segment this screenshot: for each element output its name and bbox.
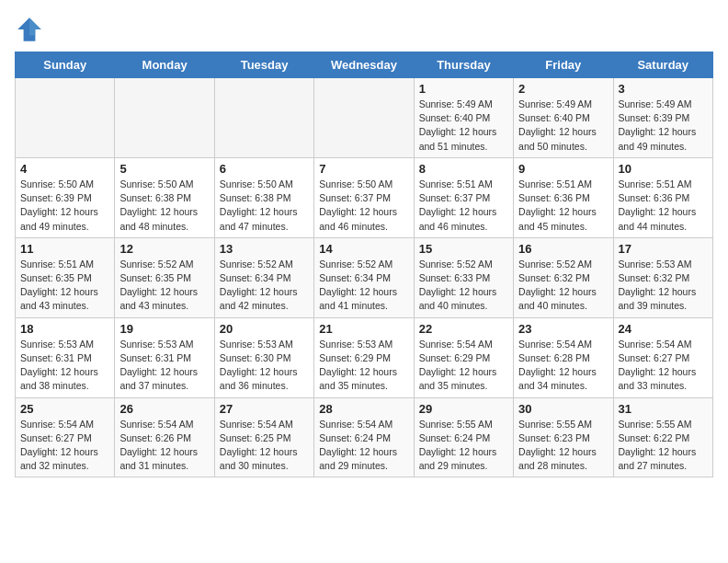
day-number: 22 [419,322,508,336]
svg-marker-1 [29,17,41,35]
calendar-body: 1Sunrise: 5:49 AM Sunset: 6:40 PM Daylig… [16,78,713,477]
day-number: 23 [518,322,608,336]
day-number: 7 [319,162,408,176]
day-number: 3 [619,82,708,96]
day-number: 6 [220,162,309,176]
day-number: 16 [518,242,608,256]
day-number: 8 [419,162,508,176]
day-info: Sunrise: 5:52 AM Sunset: 6:33 PM Dayligh… [419,258,508,314]
calendar-cell: 26Sunrise: 5:54 AM Sunset: 6:26 PM Dayli… [115,397,214,477]
calendar-week-row: 25Sunrise: 5:54 AM Sunset: 6:27 PM Dayli… [16,397,713,477]
calendar-cell: 17Sunrise: 5:53 AM Sunset: 6:32 PM Dayli… [613,237,712,317]
day-number: 13 [220,242,309,256]
day-info: Sunrise: 5:51 AM Sunset: 6:37 PM Dayligh… [419,178,508,234]
day-number: 26 [119,402,209,416]
calendar-cell: 29Sunrise: 5:55 AM Sunset: 6:24 PM Dayli… [414,397,513,477]
calendar-cell: 9Sunrise: 5:51 AM Sunset: 6:36 PM Daylig… [514,157,613,237]
day-info: Sunrise: 5:52 AM Sunset: 6:34 PM Dayligh… [319,258,408,314]
calendar-cell: 23Sunrise: 5:54 AM Sunset: 6:28 PM Dayli… [514,317,613,397]
day-number: 18 [20,322,109,336]
calendar-week-row: 18Sunrise: 5:53 AM Sunset: 6:31 PM Dayli… [16,317,713,397]
day-number: 15 [419,242,508,256]
day-info: Sunrise: 5:54 AM Sunset: 6:27 PM Dayligh… [20,418,109,474]
day-info: Sunrise: 5:52 AM Sunset: 6:32 PM Dayligh… [518,258,608,314]
calendar-cell: 20Sunrise: 5:53 AM Sunset: 6:30 PM Dayli… [214,317,313,397]
day-number: 4 [20,162,109,176]
day-number: 11 [20,242,109,256]
calendar-cell: 5Sunrise: 5:50 AM Sunset: 6:38 PM Daylig… [115,157,214,237]
calendar-cell [314,78,414,158]
day-info: Sunrise: 5:50 AM Sunset: 6:39 PM Dayligh… [20,178,109,234]
day-number: 20 [220,322,309,336]
day-info: Sunrise: 5:54 AM Sunset: 6:24 PM Dayligh… [319,418,408,474]
day-number: 31 [619,402,708,416]
calendar-cell: 30Sunrise: 5:55 AM Sunset: 6:23 PM Dayli… [514,397,613,477]
day-info: Sunrise: 5:50 AM Sunset: 6:38 PM Dayligh… [119,178,209,234]
day-info: Sunrise: 5:51 AM Sunset: 6:36 PM Dayligh… [619,178,708,234]
day-info: Sunrise: 5:55 AM Sunset: 6:23 PM Dayligh… [518,418,608,474]
calendar-table: SundayMondayTuesdayWednesdayThursdayFrid… [15,52,713,477]
day-info: Sunrise: 5:54 AM Sunset: 6:27 PM Dayligh… [619,338,708,394]
day-info: Sunrise: 5:49 AM Sunset: 6:40 PM Dayligh… [419,98,508,154]
day-info: Sunrise: 5:49 AM Sunset: 6:40 PM Dayligh… [518,98,608,154]
day-number: 2 [518,82,608,96]
calendar-cell: 1Sunrise: 5:49 AM Sunset: 6:40 PM Daylig… [414,78,513,158]
calendar-cell: 21Sunrise: 5:53 AM Sunset: 6:29 PM Dayli… [314,317,414,397]
day-info: Sunrise: 5:49 AM Sunset: 6:39 PM Dayligh… [619,98,708,154]
logo-icon [15,15,44,44]
calendar-cell [214,78,313,158]
calendar-cell: 18Sunrise: 5:53 AM Sunset: 6:31 PM Dayli… [16,317,115,397]
day-info: Sunrise: 5:52 AM Sunset: 6:35 PM Dayligh… [119,258,209,314]
weekday-header-saturday: Saturday [613,52,712,78]
day-info: Sunrise: 5:55 AM Sunset: 6:22 PM Dayligh… [619,418,708,474]
calendar-cell: 31Sunrise: 5:55 AM Sunset: 6:22 PM Dayli… [613,397,712,477]
calendar-cell: 4Sunrise: 5:50 AM Sunset: 6:39 PM Daylig… [16,157,115,237]
day-info: Sunrise: 5:51 AM Sunset: 6:35 PM Dayligh… [20,258,109,314]
day-number: 21 [319,322,408,336]
calendar-cell: 15Sunrise: 5:52 AM Sunset: 6:33 PM Dayli… [414,237,513,317]
day-number: 25 [20,402,109,416]
weekday-header-tuesday: Tuesday [214,52,313,78]
day-info: Sunrise: 5:54 AM Sunset: 6:26 PM Dayligh… [119,418,209,474]
day-info: Sunrise: 5:55 AM Sunset: 6:24 PM Dayligh… [419,418,508,474]
calendar-week-row: 4Sunrise: 5:50 AM Sunset: 6:39 PM Daylig… [16,157,713,237]
day-number: 1 [419,82,508,96]
calendar-cell: 27Sunrise: 5:54 AM Sunset: 6:25 PM Dayli… [214,397,313,477]
calendar-cell: 14Sunrise: 5:52 AM Sunset: 6:34 PM Dayli… [314,237,414,317]
day-number: 14 [319,242,408,256]
day-number: 5 [119,162,209,176]
calendar-week-row: 11Sunrise: 5:51 AM Sunset: 6:35 PM Dayli… [16,237,713,317]
calendar-cell [16,78,115,158]
day-info: Sunrise: 5:51 AM Sunset: 6:36 PM Dayligh… [518,178,608,234]
calendar-cell: 24Sunrise: 5:54 AM Sunset: 6:27 PM Dayli… [613,317,712,397]
calendar-cell: 19Sunrise: 5:53 AM Sunset: 6:31 PM Dayli… [115,317,214,397]
day-info: Sunrise: 5:54 AM Sunset: 6:28 PM Dayligh… [518,338,608,394]
weekday-header-sunday: Sunday [16,52,115,78]
weekday-header-wednesday: Wednesday [314,52,414,78]
day-info: Sunrise: 5:53 AM Sunset: 6:30 PM Dayligh… [220,338,309,394]
weekday-header-thursday: Thursday [414,52,513,78]
day-number: 27 [220,402,309,416]
calendar-cell: 11Sunrise: 5:51 AM Sunset: 6:35 PM Dayli… [16,237,115,317]
calendar-cell: 3Sunrise: 5:49 AM Sunset: 6:39 PM Daylig… [613,78,712,158]
weekday-header-friday: Friday [514,52,613,78]
calendar-cell: 25Sunrise: 5:54 AM Sunset: 6:27 PM Dayli… [16,397,115,477]
calendar-cell: 13Sunrise: 5:52 AM Sunset: 6:34 PM Dayli… [214,237,313,317]
calendar-header: SundayMondayTuesdayWednesdayThursdayFrid… [16,52,713,78]
page-header [15,15,713,44]
day-info: Sunrise: 5:54 AM Sunset: 6:29 PM Dayligh… [419,338,508,394]
day-info: Sunrise: 5:53 AM Sunset: 6:31 PM Dayligh… [119,338,209,394]
calendar-cell: 10Sunrise: 5:51 AM Sunset: 6:36 PM Dayli… [613,157,712,237]
weekday-header-row: SundayMondayTuesdayWednesdayThursdayFrid… [16,52,713,78]
day-number: 28 [319,402,408,416]
calendar-cell: 8Sunrise: 5:51 AM Sunset: 6:37 PM Daylig… [414,157,513,237]
day-info: Sunrise: 5:50 AM Sunset: 6:38 PM Dayligh… [220,178,309,234]
day-number: 29 [419,402,508,416]
logo-area [15,15,48,44]
calendar-week-row: 1Sunrise: 5:49 AM Sunset: 6:40 PM Daylig… [16,78,713,158]
day-number: 17 [619,242,708,256]
day-number: 19 [119,322,209,336]
calendar-cell [115,78,214,158]
day-number: 12 [119,242,209,256]
day-number: 24 [619,322,708,336]
